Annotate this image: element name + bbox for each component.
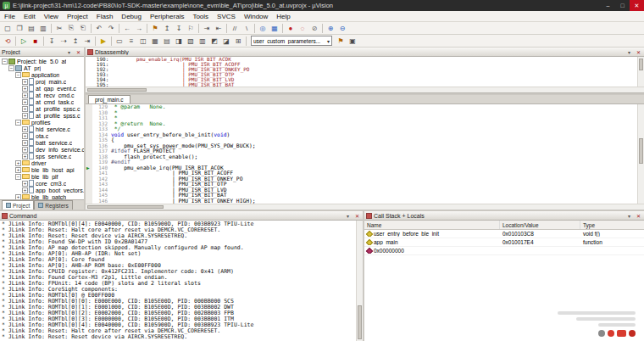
new-file-icon[interactable]: ▢	[2, 23, 14, 34]
project-tree[interactable]: −Project: ble_5.0_at−AT_prj−application+…	[0, 57, 84, 199]
uncomment-icon[interactable]: \	[241, 23, 253, 34]
panel-tab-registers[interactable]: Registers	[34, 200, 72, 210]
close-icon[interactable]: ✕	[353, 213, 361, 219]
watch-window-icon[interactable]: ◨	[173, 36, 185, 47]
clear-bookmarks-icon[interactable]: ⚐	[185, 23, 197, 34]
pin-icon[interactable]: ▾	[625, 49, 633, 55]
menu-project[interactable]: Project	[63, 11, 92, 21]
menu-view[interactable]: View	[40, 11, 63, 21]
paste-icon[interactable]: ⎗	[77, 23, 89, 34]
outdent-icon[interactable]: ⇤	[213, 23, 225, 34]
step-out-icon[interactable]: ↥	[69, 36, 81, 47]
serial-window-icon[interactable]: ▥	[197, 36, 208, 47]
tree-item[interactable]: +at_profile_spss.c	[0, 112, 84, 119]
disable-breakpoint-icon[interactable]: ◌	[297, 23, 308, 34]
tab-proj-main-c[interactable]: proj_main.c	[88, 95, 130, 103]
column-header-loc[interactable]: Location/Value	[500, 221, 580, 229]
run-icon[interactable]: ▷	[18, 36, 30, 47]
expand-icon[interactable]: +	[22, 92, 28, 98]
pin-icon[interactable]: ▾	[625, 213, 633, 219]
expand-icon[interactable]: +	[15, 160, 21, 166]
collapse-icon[interactable]: −	[15, 174, 21, 180]
flag-icon[interactable]: ⚑	[335, 36, 347, 47]
disassembly-vscrollbar[interactable]	[637, 57, 644, 87]
tree-item[interactable]: +hid_service.c	[0, 126, 84, 132]
chevron-down-icon[interactable]: ▾	[327, 38, 330, 44]
expand-icon[interactable]: +	[22, 140, 28, 146]
expand-icon[interactable]: +	[22, 154, 28, 159]
disassembly-window-icon[interactable]: ≡	[125, 36, 137, 47]
menu-window[interactable]: Window	[240, 11, 272, 21]
redo-icon[interactable]: ↷	[105, 23, 117, 34]
editor-vscrollbar[interactable]	[637, 104, 644, 204]
copy-icon[interactable]: ⎘	[65, 23, 77, 34]
collapse-icon[interactable]: −	[15, 120, 21, 126]
comment-icon[interactable]: //	[229, 23, 241, 34]
debug-target-combo[interactable]: user_custom_parameters...▾	[251, 36, 332, 46]
step-into-icon[interactable]: ↧	[46, 36, 58, 47]
registers-window-icon[interactable]: ▦	[149, 36, 161, 47]
expand-icon[interactable]: +	[15, 167, 21, 173]
expand-icon[interactable]: +	[22, 79, 28, 85]
expand-icon[interactable]: +	[22, 106, 28, 112]
panel-tab-project[interactable]: Project	[2, 200, 34, 210]
step-over-icon[interactable]: ⇢	[58, 36, 69, 47]
save-all-icon[interactable]: ▥	[37, 23, 49, 34]
tree-item[interactable]: −application	[0, 71, 84, 78]
bookmark-icon[interactable]: ⚑	[149, 23, 161, 34]
collapse-icon[interactable]: −	[2, 59, 8, 64]
tree-item[interactable]: +at_profile_spsc.c	[0, 105, 84, 112]
expand-icon[interactable]: +	[22, 147, 28, 153]
minimize-button[interactable]: –	[601, 0, 615, 11]
system-viewer-icon[interactable]: ◪	[220, 36, 232, 47]
show-next-statement-icon[interactable]: ▶	[97, 36, 109, 47]
tree-item[interactable]: +proj_main.c	[0, 78, 84, 85]
menu-tools[interactable]: Tools	[188, 11, 213, 21]
expand-icon[interactable]: +	[22, 187, 28, 193]
command-window-icon[interactable]: ▭	[114, 36, 125, 47]
command-log[interactable]: * JLink Info: ROMTbl[0][4]: E0040000, CI…	[0, 221, 363, 341]
callstack-row[interactable]: 0x00000000	[364, 247, 644, 255]
menu-flash[interactable]: Flash	[92, 11, 118, 21]
options-icon[interactable]: ▣	[347, 36, 358, 47]
tree-item[interactable]: −Project: ble_5.0_at	[0, 58, 84, 64]
editor-content[interactable]: 129 * @param None.130 *131 *132 * @retur…	[86, 104, 644, 204]
tree-item[interactable]: +at_cmd_task.c	[0, 98, 84, 105]
maximize-button[interactable]: □	[615, 0, 630, 11]
tree-item[interactable]: +dev_info_service.c	[0, 146, 84, 153]
collapse-icon[interactable]: −	[8, 65, 14, 71]
editor-hscrollbar[interactable]	[86, 204, 644, 210]
menu-help[interactable]: Help	[272, 11, 294, 21]
reset-icon[interactable]: ⟲	[2, 36, 14, 47]
symbol-window-icon[interactable]: ◫	[137, 36, 149, 47]
column-header-name[interactable]: Name	[364, 221, 500, 229]
close-button[interactable]: ✕	[630, 0, 644, 11]
tree-item[interactable]: +ble_lib_host_api	[0, 166, 84, 173]
analyzer-window-icon[interactable]: ◩	[208, 36, 220, 47]
expand-icon[interactable]: +	[22, 99, 28, 105]
tree-item[interactable]: +batt_service.c	[0, 139, 84, 146]
undo-icon[interactable]: ↶	[93, 23, 105, 34]
prev-bookmark-icon[interactable]: ↥	[161, 23, 173, 34]
stop-icon[interactable]: ■	[30, 36, 42, 47]
command-vscrollbar[interactable]	[356, 221, 363, 341]
menu-peripherals[interactable]: Peripherals	[146, 11, 188, 21]
pin-icon[interactable]: ▾	[65, 49, 73, 55]
breakpoint-icon[interactable]: ●	[285, 23, 297, 34]
callstack-row[interactable]: user_entry_before_ble_init0x010103C8void…	[364, 230, 644, 238]
cut-icon[interactable]: ✂	[53, 23, 65, 34]
close-icon[interactable]: ✕	[635, 49, 642, 55]
run-to-cursor-icon[interactable]: ⇥	[81, 36, 93, 47]
find-icon[interactable]: ◎	[257, 23, 269, 34]
tree-item[interactable]: +at_recv_cmd.c	[0, 92, 84, 98]
kill-breakpoints-icon[interactable]: ⊘	[308, 23, 320, 34]
pin-icon[interactable]: ▾	[344, 213, 352, 219]
next-bookmark-icon[interactable]: ↧	[173, 23, 185, 34]
open-file-icon[interactable]: ❐	[14, 23, 25, 34]
nav-back-icon[interactable]: ←	[121, 23, 133, 34]
nav-forward-icon[interactable]: →	[133, 23, 145, 34]
expand-icon[interactable]: +	[22, 113, 28, 119]
expand-icon[interactable]: +	[22, 181, 28, 187]
tree-item[interactable]: −profiles	[0, 119, 84, 126]
close-icon[interactable]: ✕	[75, 49, 82, 55]
